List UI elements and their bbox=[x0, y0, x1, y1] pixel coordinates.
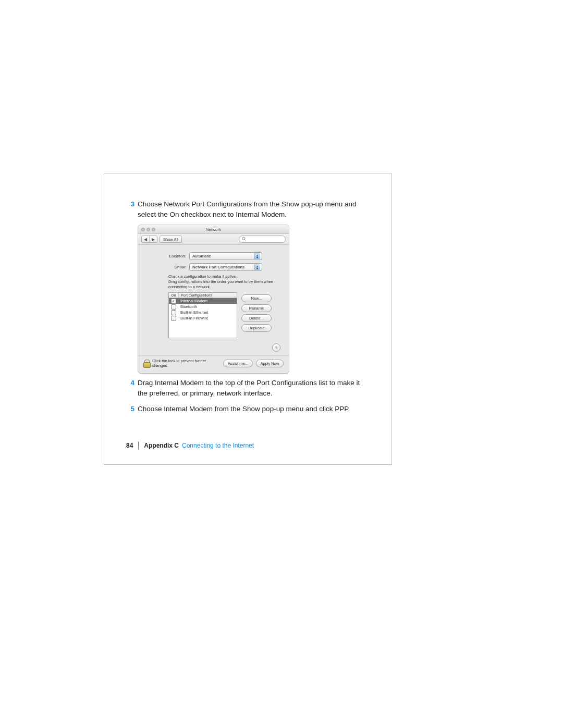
location-popup[interactable]: Automatic ▴▾ bbox=[189, 252, 262, 260]
nav-back-forward[interactable]: ◀ ▶ bbox=[141, 236, 157, 243]
step-number: 4 bbox=[126, 378, 134, 398]
hint-text: Check a configuration to make it active.… bbox=[168, 274, 280, 289]
checkbox-off[interactable] bbox=[171, 310, 176, 315]
location-label: Location: bbox=[146, 254, 186, 258]
lock-icon[interactable] bbox=[143, 360, 149, 367]
checkbox-on[interactable]: ✓ bbox=[171, 299, 176, 304]
delete-label: Delete... bbox=[249, 316, 264, 320]
table-row[interactable]: Built-in FireWire bbox=[169, 315, 237, 321]
show-row: Show: Network Port Configurations ▴▾ bbox=[146, 263, 280, 271]
updown-icon: ▴▾ bbox=[254, 264, 260, 270]
row-label: Internal Modem bbox=[178, 299, 237, 303]
checkbox-off[interactable] bbox=[171, 304, 176, 310]
show-label: Show: bbox=[146, 265, 186, 269]
window-titlebar[interactable]: Network bbox=[138, 225, 289, 234]
step-text: Choose Network Port Configurations from … bbox=[138, 199, 370, 219]
hint-line-2: Drag configurations into the order you w… bbox=[168, 279, 273, 289]
svg-point-0 bbox=[242, 237, 245, 240]
prefs-body: Location: Automatic ▴▾ Show: Network Por… bbox=[138, 245, 289, 340]
row-label: Built-in FireWire bbox=[178, 316, 237, 320]
step-number: 3 bbox=[126, 199, 134, 219]
window-footer: Click the lock to prevent further change… bbox=[138, 355, 289, 373]
search-icon bbox=[242, 237, 246, 242]
page-number: 84 bbox=[126, 442, 133, 449]
checkbox-off[interactable] bbox=[171, 316, 176, 321]
step-text: Drag Internal Modem to the top of the Po… bbox=[138, 378, 370, 398]
window-title: Network bbox=[138, 227, 289, 232]
assist-label: Assist me... bbox=[228, 361, 248, 366]
delete-button[interactable]: Delete... bbox=[241, 314, 272, 322]
appendix-link[interactable]: Connecting to the Internet bbox=[182, 442, 254, 449]
rename-button[interactable]: Rename bbox=[241, 304, 272, 312]
page-footer: 84 Appendix C Connecting to the Internet bbox=[126, 441, 254, 450]
appendix-label: Appendix C bbox=[144, 442, 179, 449]
hint-line-1: Check a configuration to make it active. bbox=[168, 274, 237, 279]
chevron-right-icon: ▶ bbox=[152, 237, 155, 242]
table-header: On Port Configurations bbox=[169, 293, 237, 298]
location-row: Location: Automatic ▴▾ bbox=[146, 252, 280, 260]
show-popup[interactable]: Network Port Configurations ▴▾ bbox=[189, 263, 262, 271]
show-value: Network Port Configurations bbox=[192, 265, 244, 269]
apply-button[interactable]: Apply Now bbox=[256, 360, 284, 367]
table-row[interactable]: ✓ Internal Modem bbox=[169, 298, 237, 304]
port-config-area: On Port Configurations ✓ Internal Modem … bbox=[168, 292, 280, 338]
help-row: ? bbox=[138, 340, 289, 352]
row-label: Bluetooth bbox=[178, 304, 237, 309]
step-4: 4 Drag Internal Modem to the top of the … bbox=[126, 378, 370, 398]
row-label: Built-in Ethernet bbox=[178, 310, 237, 315]
chevron-left-icon: ◀ bbox=[144, 237, 147, 242]
step-3: 3 Choose Network Port Configurations fro… bbox=[126, 199, 370, 219]
lock-text: Click the lock to prevent further change… bbox=[152, 359, 217, 368]
port-buttons: New... Rename Delete... Duplicate bbox=[241, 292, 272, 338]
step-text: Choose Internal Modem from the Show pop-… bbox=[138, 404, 370, 414]
document-page: 3 Choose Network Port Configurations fro… bbox=[0, 0, 563, 728]
help-icon: ? bbox=[275, 346, 277, 350]
location-value: Automatic bbox=[192, 254, 211, 258]
window-toolbar: ◀ ▶ Show All bbox=[138, 234, 289, 245]
step-number: 5 bbox=[126, 404, 134, 414]
network-prefs-window: Network ◀ ▶ Show All Location: bbox=[138, 225, 289, 374]
help-button[interactable]: ? bbox=[272, 343, 280, 352]
updown-icon: ▴▾ bbox=[254, 253, 260, 259]
footer-divider bbox=[138, 441, 139, 450]
port-config-table[interactable]: On Port Configurations ✓ Internal Modem … bbox=[168, 292, 237, 338]
page-content-frame: 3 Choose Network Port Configurations fro… bbox=[104, 174, 392, 465]
table-row[interactable]: Built-in Ethernet bbox=[169, 310, 237, 315]
search-input[interactable] bbox=[239, 236, 286, 243]
apply-label: Apply Now bbox=[261, 361, 279, 366]
table-row[interactable]: Bluetooth bbox=[169, 304, 237, 310]
col-on: On bbox=[169, 293, 179, 298]
col-port: Port Configurations bbox=[179, 293, 237, 298]
show-all-label: Show All bbox=[163, 237, 178, 242]
duplicate-label: Duplicate bbox=[248, 326, 264, 330]
step-5: 5 Choose Internal Modem from the Show po… bbox=[126, 404, 370, 414]
svg-line-1 bbox=[245, 240, 246, 241]
rename-label: Rename bbox=[249, 306, 264, 311]
forward-button[interactable]: ▶ bbox=[149, 236, 157, 242]
back-button[interactable]: ◀ bbox=[142, 236, 149, 242]
show-all-button[interactable]: Show All bbox=[160, 236, 182, 243]
assist-button[interactable]: Assist me... bbox=[223, 360, 253, 367]
new-button[interactable]: New... bbox=[241, 294, 272, 302]
new-label: New... bbox=[251, 296, 262, 301]
duplicate-button[interactable]: Duplicate bbox=[241, 324, 272, 332]
